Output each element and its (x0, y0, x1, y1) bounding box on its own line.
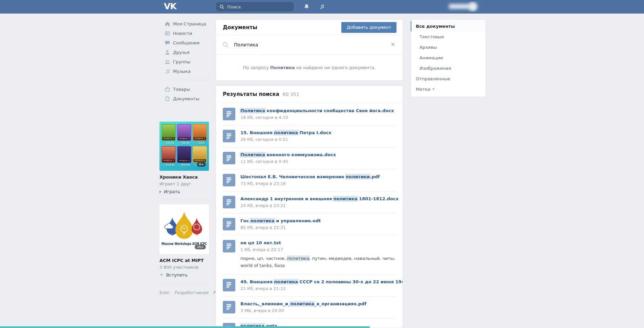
document-file-icon (223, 218, 235, 230)
game-card: УРОВЕНЬ 5 470/500 (162, 146, 176, 166)
document-row[interactable]: Александр 1 внутренняя и внешняя политик… (216, 191, 403, 213)
shield-icon (178, 164, 180, 166)
document-file-icon (223, 240, 235, 252)
sidebar-item-label: Сообщения (173, 40, 199, 45)
document-file-icon (223, 174, 235, 186)
document-row[interactable]: 49. Внешняя политика СССР со 2 половины … (216, 274, 403, 296)
filter-item-изображения[interactable]: Изображения (411, 63, 486, 74)
filter-item-отправленные[interactable]: Отправленные (411, 74, 486, 84)
document-meta: 24 Кб, вчера в 23:21 (240, 203, 396, 208)
document-title-link[interactable]: Александр 1 внутренняя и внешняя политик… (240, 196, 396, 201)
play-link[interactable]: Играть (159, 189, 209, 194)
play-label: Играть (164, 189, 180, 194)
game-ad-title[interactable]: Хроники Хаоса (159, 175, 209, 180)
document-title-link[interactable]: Политика военного коммунизма.docx (240, 152, 336, 157)
filter-item-архивы[interactable]: Архивы (411, 42, 486, 53)
document-title-link[interactable]: 49. Внешняя политика СССР со 2 половины … (240, 279, 396, 284)
doc-icon (165, 96, 170, 101)
game-card-progress: 470/500 (163, 164, 174, 166)
sidebar-item-друзья[interactable]: Друзья (165, 47, 210, 57)
sidebar-item-музыка[interactable]: Музыка (165, 66, 210, 76)
documents-search-row: ✕ (216, 35, 403, 55)
vk-documents-page: { "topbar": { "logo": "VK", "search_plac… (0, 0, 644, 328)
game-card: УРОВЕНЬ 4 20/100 (162, 124, 176, 144)
search-term-highlight: политика (250, 218, 275, 224)
right-sidebar: Все документы Текстовые Архивы Анимации … (411, 19, 486, 97)
search-term-highlight: Политика (240, 152, 266, 158)
game-card-art: УРОВЕНЬ 4 (162, 124, 176, 141)
global-search-box[interactable] (216, 2, 294, 11)
join-label: Вступить (166, 272, 188, 278)
filter-item-метки[interactable]: Метки ▼ (411, 84, 486, 95)
game-ad-subtitle: Играет 1 друг (159, 181, 209, 186)
sidebar-item-label: Моя Страница (173, 21, 206, 26)
document-row[interactable]: Гос.политика и управление.odt 85 Кб, вче… (216, 213, 403, 235)
document-meta: 26 Кб, сегодня в 0:51 (240, 137, 331, 142)
document-title-link[interactable]: 15. Внешняя политика Петра I.docx (240, 130, 331, 135)
filter-item-анимации[interactable]: Анимации (411, 53, 486, 63)
document-meta: 11 Кб, сегодня в 0:45 (240, 159, 336, 164)
footer-divider (159, 283, 209, 283)
document-meta: 73 Кб, вчера в 23:16 (240, 181, 380, 186)
documents-search-input[interactable] (233, 42, 386, 48)
footer-link-разработчикам[interactable]: Разработчикам (175, 290, 209, 295)
document-title-link[interactable]: Политика конфиденциальности сообщества С… (240, 108, 394, 113)
avatar (468, 2, 477, 11)
group-ad-title[interactable]: ACM ICPC at MIPT (159, 258, 209, 263)
sidebar-item-моя-страница[interactable]: Моя Страница (165, 19, 210, 28)
filter-item-текстовые[interactable]: Текстовые (411, 32, 486, 42)
sidebar-item-товары[interactable]: Товары (165, 84, 210, 94)
document-title-link[interactable]: Гос.политика и управление.odt (240, 218, 321, 223)
game-card-art: УРОВЕНЬ 5 (162, 146, 176, 163)
search-results-card: Результаты поиска 60 351 Политика конфид… (216, 85, 403, 328)
document-row[interactable]: не цп 10 лет.txt 1 Кб, вчера в 22:17 пор… (216, 235, 403, 274)
age-badge: 0+ (197, 162, 206, 167)
document-title-link[interactable]: Шестопал Е.Б. Человеческое измерение пол… (240, 174, 380, 179)
ads-divider (159, 199, 209, 200)
document-title-link[interactable]: не цп 10 лет.txt (240, 240, 396, 245)
music-note-icon[interactable] (319, 4, 325, 10)
vk-logo[interactable]: VK (164, 1, 176, 11)
document-row[interactable]: Политика конфиденциальности сообщества С… (216, 103, 403, 125)
chevron-down-icon: ▼ (432, 88, 434, 91)
page-title: Документы (223, 24, 257, 30)
user-name-blurred (449, 4, 470, 9)
document-meta: 85 Кб, вчера в 22:31 (240, 225, 321, 230)
document-title-link[interactable]: Власть,_влияние_и_политика_в_организация… (240, 301, 366, 306)
join-link[interactable]: + Вступить (159, 272, 209, 278)
sidebar-item-label: Новости (173, 31, 192, 36)
add-document-button[interactable]: Добавить документ (341, 22, 396, 33)
document-file-icon (223, 279, 235, 291)
sidebar-item-документы[interactable]: Документы (165, 94, 210, 103)
document-row[interactable]: Шестопал Е.Б. Человеческое измерение пол… (216, 169, 403, 191)
filter-item-label: Метки (416, 87, 430, 92)
document-meta: 21 Кб, вчера в 21:12 (240, 286, 396, 291)
sidebar-item-сообщения[interactable]: Сообщения (165, 38, 210, 47)
game-card: УРОВЕНЬ 3 50/100 (177, 124, 191, 144)
age-badge: 16+ (195, 245, 206, 249)
group-ad-members: 3 800 участников (159, 265, 209, 270)
document-file-icon (223, 301, 235, 313)
sidebar-item-группы[interactable]: Группы (165, 57, 210, 66)
left-nav-primary: Моя Страница Новости Сообщения Друзья Гр… (165, 19, 210, 76)
document-row[interactable]: Власть,_влияние_и_политика_в_организация… (216, 296, 403, 318)
footer-links: БлогРазработчикамРекламаЕщё˅ (159, 289, 209, 297)
group-ad-image[interactable]: Moscow Workshops ACM ICPC 16+ (159, 204, 209, 254)
footer-link-блог[interactable]: Блог (159, 290, 170, 295)
sidebar-item-label: Товары (173, 87, 190, 92)
user-menu[interactable] (446, 1, 486, 12)
document-filters: Все документы Текстовые Архивы Анимации … (411, 19, 486, 97)
document-tags: порно, цп, частное, политика, путин, мед… (240, 255, 396, 269)
sidebar-item-новости[interactable]: Новости (165, 28, 210, 38)
no-results-prefix: По запросу (243, 65, 269, 70)
game-card-art: УРОВЕНЬ 3 (177, 124, 191, 141)
search-icon (223, 42, 229, 48)
document-row[interactable]: Политика военного коммунизма.docx 11 Кб,… (216, 147, 403, 169)
notifications-bell-icon[interactable] (304, 4, 309, 11)
document-row[interactable]: 15. Внешняя политика Петра I.docx 26 Кб,… (216, 125, 403, 147)
sidebar-item-label: Друзья (173, 50, 190, 55)
filter-item-все-документы[interactable]: Все документы (411, 21, 486, 32)
clear-search-icon[interactable]: ✕ (391, 42, 395, 47)
game-ad-image[interactable]: УРОВЕНЬ 4 20/100 УРОВЕНЬ 3 50/100 УРОВЕН… (159, 122, 209, 171)
global-search-input[interactable] (227, 4, 290, 10)
